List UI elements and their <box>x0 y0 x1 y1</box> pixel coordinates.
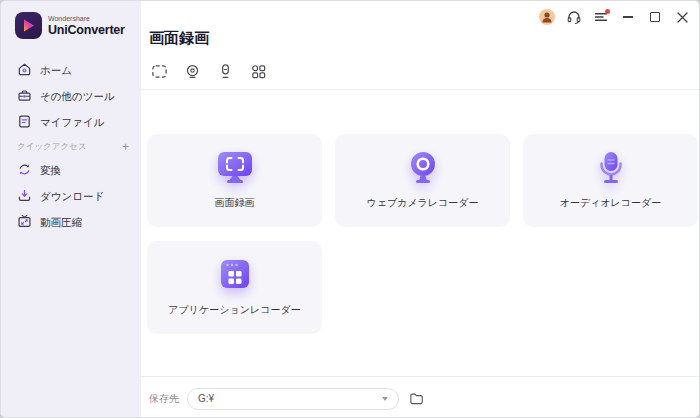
apps-grid-icon[interactable] <box>248 61 268 81</box>
close-button[interactable] <box>673 8 691 26</box>
quick-access-header: クイックアクセス + <box>17 141 129 153</box>
sidebar-item-convert[interactable]: 変換 <box>1 160 141 182</box>
notification-dot <box>605 9 610 14</box>
compress-icon <box>17 214 32 233</box>
screen-recorder-icon <box>215 151 255 189</box>
recorder-cards: 画面録画 ウェブカメラレコーダー <box>147 134 695 334</box>
card-label: オーディオレコーダー <box>560 196 662 210</box>
close-icon <box>677 12 688 23</box>
chevron-down-icon <box>382 397 388 401</box>
card-label: ウェブカメラレコーダー <box>366 196 478 210</box>
avatar <box>539 9 555 25</box>
minimize-button[interactable] <box>619 8 637 26</box>
recorder-mode-bar <box>149 61 268 81</box>
application-recorder-icon <box>215 258 255 296</box>
audio-recorder-icon <box>591 151 631 189</box>
uniconverter-window: Wondershare UniConverter ホーム その他のツール マイフ… <box>0 0 700 418</box>
menu-icon[interactable] <box>592 8 610 26</box>
mic-icon[interactable] <box>215 61 235 81</box>
webcam-icon[interactable] <box>182 61 202 81</box>
sidebar-item-label: 変換 <box>40 164 61 178</box>
main-area: 画面録画 <box>141 1 700 418</box>
card-screen-recorder[interactable]: 画面録画 <box>147 134 322 227</box>
sidebar-item-home[interactable]: ホーム <box>1 60 141 82</box>
titlebar-controls <box>538 8 691 26</box>
sidebar-item-label: マイファイル <box>40 116 104 130</box>
sidebar-item-label: 動画圧縮 <box>40 216 82 230</box>
sidebar-item-label: ホーム <box>40 64 72 78</box>
card-audio-recorder[interactable]: オーディオレコーダー <box>523 134 698 227</box>
app-logo: Wondershare UniConverter <box>15 12 125 39</box>
save-path-select[interactable]: G:¥ <box>187 388 399 410</box>
brand-text: Wondershare UniConverter <box>48 15 125 37</box>
support-headset-icon[interactable] <box>565 8 583 26</box>
card-webcam-recorder[interactable]: ウェブカメラレコーダー <box>335 134 510 227</box>
card-label: アプリケーションレコーダー <box>168 303 300 317</box>
account-avatar[interactable] <box>538 8 556 26</box>
quick-access-add-button[interactable]: + <box>122 142 129 152</box>
header-divider <box>141 89 700 90</box>
save-path-value: G:¥ <box>198 393 214 404</box>
convert-icon <box>17 162 32 181</box>
minimize-icon <box>623 16 633 18</box>
maximize-button[interactable] <box>646 8 664 26</box>
screen-region-icon[interactable] <box>149 61 169 81</box>
card-label: 画面録画 <box>215 196 255 210</box>
brand-line1: Wondershare <box>48 15 125 22</box>
sidebar-item-video-compress[interactable]: 動画圧縮 <box>1 212 141 234</box>
quick-access-label: クイックアクセス <box>17 141 87 153</box>
webcam-recorder-icon <box>403 151 443 189</box>
footer-bar: 保存先 G:¥ <box>141 376 700 418</box>
browse-folder-button[interactable] <box>409 391 424 406</box>
home-icon <box>17 62 32 81</box>
folder-icon <box>409 391 424 406</box>
maximize-icon <box>650 12 660 22</box>
brand-line2: UniConverter <box>48 24 125 37</box>
sidebar-item-label: その他のツール <box>40 90 115 104</box>
uniconverter-logo-icon <box>15 12 42 39</box>
sidebar-item-my-files[interactable]: マイファイル <box>1 112 141 134</box>
download-icon <box>17 188 32 207</box>
toolbox-icon <box>17 88 32 107</box>
card-application-recorder[interactable]: アプリケーションレコーダー <box>147 241 322 334</box>
sidebar-item-label: ダウンロード <box>40 190 104 204</box>
file-icon <box>17 114 32 133</box>
sidebar: Wondershare UniConverter ホーム その他のツール マイフ… <box>1 1 141 418</box>
sidebar-item-other-tools[interactable]: その他のツール <box>1 86 141 108</box>
save-destination-label: 保存先 <box>149 392 179 406</box>
page-title: 画面録画 <box>149 29 209 48</box>
sidebar-item-download[interactable]: ダウンロード <box>1 186 141 208</box>
